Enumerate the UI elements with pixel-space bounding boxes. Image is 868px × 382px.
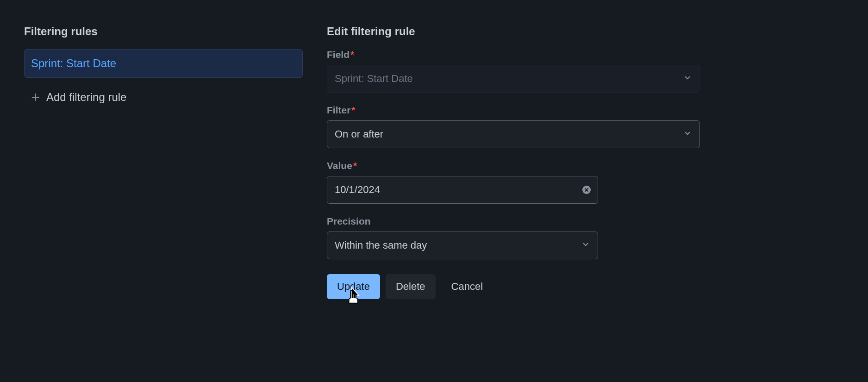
filter-select-value: On or after (335, 128, 383, 140)
precision-select-value: Within the same day (335, 239, 427, 251)
value-input[interactable] (327, 176, 598, 204)
add-filtering-rule-button[interactable]: Add filtering rule (24, 87, 303, 107)
required-asterisk: * (353, 160, 357, 171)
field-select-value: Sprint: Start Date (335, 73, 413, 85)
add-rule-label: Add filtering rule (46, 91, 126, 104)
edit-filtering-rule-title: Edit filtering rule (327, 25, 700, 38)
value-label: Value* (327, 160, 700, 171)
delete-button[interactable]: Delete (386, 274, 436, 299)
plus-icon (31, 92, 41, 102)
precision-select[interactable]: Within the same day (327, 232, 598, 259)
rule-item-sprint-start-date[interactable]: Sprint: Start Date (24, 49, 303, 78)
rule-item-label: Sprint: Start Date (31, 57, 116, 69)
clear-icon[interactable] (581, 185, 592, 195)
filter-label: Filter* (327, 105, 700, 116)
required-asterisk: * (351, 105, 355, 115)
precision-label: Precision (327, 216, 700, 227)
cancel-button[interactable]: Cancel (441, 274, 493, 299)
field-label: Field* (327, 49, 700, 60)
required-asterisk: * (350, 49, 354, 60)
update-button[interactable]: Update (327, 274, 380, 299)
filter-select[interactable]: On or after (327, 120, 700, 148)
filtering-rules-title: Filtering rules (24, 25, 303, 38)
field-select[interactable]: Sprint: Start Date (327, 65, 700, 93)
